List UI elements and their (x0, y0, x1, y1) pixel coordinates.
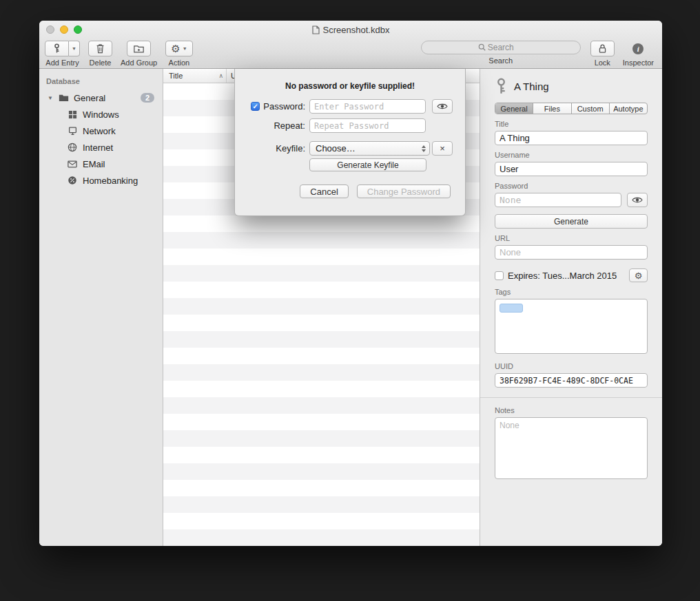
action-button[interactable]: ⚙ ▼ (165, 41, 192, 56)
minimize-button[interactable] (60, 25, 68, 34)
lock-group: Lock (590, 41, 615, 67)
window-title: Screenshot.kdbx (323, 25, 390, 35)
keyfile-label: Keyfile: (276, 143, 305, 154)
generate-password-button[interactable]: Generate (495, 214, 648, 229)
globe-icon (67, 142, 78, 153)
sidebar-item-label: Internet (83, 143, 113, 153)
chevron-down-icon: ▼ (72, 46, 76, 51)
url-field-label: URL (495, 234, 648, 242)
username-field-label: Username (495, 151, 648, 159)
sidebar-item-network[interactable]: Network (39, 123, 163, 139)
sidebar-item-general[interactable]: ▼ General 2 (39, 89, 163, 106)
window-chrome: Screenshot.kdbx ▼ Add Entry (39, 21, 662, 69)
app-window: Screenshot.kdbx ▼ Add Entry (39, 21, 662, 546)
zoom-button[interactable] (74, 25, 82, 34)
sidebar-item-windows[interactable]: Windows (39, 106, 163, 123)
inspector-button[interactable]: i (626, 41, 650, 56)
keyfile-select[interactable]: Choose… (309, 141, 430, 156)
add-entry-group: ▼ Add Entry (45, 41, 80, 67)
delete-group: Delete (88, 41, 112, 67)
repeat-label: Repeat: (274, 120, 305, 131)
expires-settings-button[interactable]: ⚙ (629, 268, 648, 282)
add-entry-dropdown-button[interactable]: ▼ (69, 41, 80, 56)
entry-title: A Thing (514, 81, 549, 92)
sort-ascending-icon: ∧ (218, 72, 223, 79)
check-icon: ✓ (253, 103, 258, 110)
tab-files[interactable]: Files (533, 103, 571, 114)
inspector-panel: A Thing General Files Custom Autotype Ti… (480, 69, 662, 546)
sidebar-item-internet[interactable]: Internet (39, 139, 163, 156)
password-input[interactable] (309, 99, 426, 114)
document-icon (312, 25, 320, 34)
folder-icon (58, 92, 69, 103)
add-entry-button[interactable] (45, 41, 69, 56)
notes-field[interactable] (495, 417, 648, 479)
expires-row: Expires: Tues...March 2015 ⚙ (495, 268, 648, 282)
search-label: Search (488, 56, 513, 65)
tag-token[interactable] (500, 304, 523, 313)
close-x-icon: × (440, 143, 445, 154)
chevron-down-icon: ▼ (183, 46, 187, 51)
folder-plus-icon (134, 44, 144, 53)
repeat-password-input[interactable] (309, 118, 426, 133)
traffic-lights (46, 25, 82, 34)
sheet-message: No password or keyfile supplied! (235, 69, 465, 91)
add-group-group: Add Group (121, 41, 157, 67)
panel-divider (480, 397, 662, 398)
password-checkbox[interactable]: ✓ (251, 102, 260, 111)
sidebar-item-label: Network (83, 126, 116, 136)
group-count-badge: 2 (141, 93, 154, 103)
delete-button[interactable] (88, 41, 112, 56)
password-label: Password: (263, 101, 305, 112)
password-row: ✓ Password: (235, 99, 465, 114)
trash-icon (96, 43, 105, 54)
inspector-group: i Inspector (623, 41, 654, 67)
uuid-field[interactable] (495, 373, 648, 388)
lock-label: Lock (595, 59, 610, 67)
password-field-label: Password (495, 182, 648, 190)
search-input[interactable] (421, 41, 581, 54)
add-entry-label: Add Entry (45, 59, 79, 67)
clear-keyfile-button[interactable]: × (432, 141, 453, 156)
uuid-label: UUID (495, 362, 648, 370)
title-field-label: Title (495, 120, 648, 128)
show-password-button[interactable] (627, 193, 648, 207)
sheet-actions: Cancel Change Password (235, 184, 451, 198)
tab-general[interactable]: General (495, 103, 533, 114)
close-button[interactable] (46, 25, 54, 34)
info-icon: i (632, 43, 644, 54)
sidebar-item-homebanking[interactable]: Homebanking (39, 172, 163, 189)
column-header-title[interactable]: Title ∧ (163, 69, 227, 83)
tags-box[interactable] (495, 299, 648, 354)
sidebar-item-label: Windows (83, 109, 119, 120)
disclosure-triangle-icon[interactable]: ▼ (48, 95, 56, 101)
inspector-label: Inspector (623, 59, 654, 67)
username-field[interactable] (495, 162, 648, 176)
tab-autotype[interactable]: Autotype (610, 103, 647, 114)
eye-icon (437, 103, 448, 110)
title-field[interactable] (495, 131, 648, 145)
add-group-button[interactable] (127, 41, 151, 56)
toolbar: ▼ Add Entry Delete A (39, 39, 662, 67)
generate-keyfile-row: Generate Keyfile (235, 158, 465, 171)
lock-button[interactable] (590, 41, 615, 56)
inspector-header: A Thing (495, 78, 648, 94)
eye-icon (632, 196, 643, 204)
generate-keyfile-button[interactable]: Generate Keyfile (309, 158, 426, 171)
show-password-button[interactable] (432, 99, 453, 114)
sidebar-item-label: Homebanking (83, 176, 138, 186)
homebanking-coin-icon (67, 175, 78, 186)
url-field[interactable] (495, 245, 648, 260)
change-password-button[interactable]: Change Password (357, 184, 451, 198)
sidebar-item-email[interactable]: EMail (39, 156, 163, 172)
expires-checkbox[interactable] (495, 271, 504, 280)
stepper-icon (422, 145, 426, 152)
cancel-button[interactable]: Cancel (300, 184, 348, 198)
password-field[interactable] (495, 193, 621, 207)
key-icon (52, 43, 61, 54)
repeat-row: Repeat: (235, 118, 465, 133)
lock-icon (598, 43, 607, 54)
gear-icon: ⚙ (171, 43, 180, 54)
tab-custom[interactable]: Custom (572, 103, 610, 114)
titlebar[interactable]: Screenshot.kdbx (39, 21, 662, 39)
